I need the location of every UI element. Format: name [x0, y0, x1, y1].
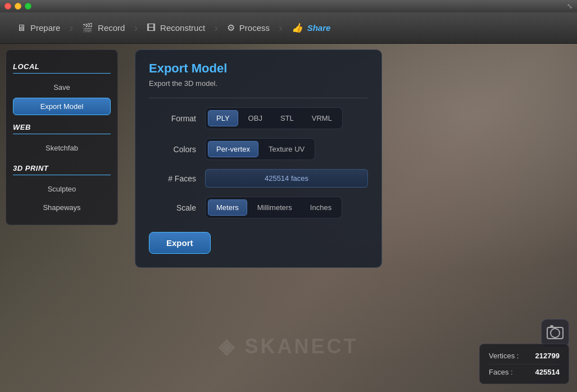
sidebar-section-label-3dprint: 3D Print [13, 164, 111, 172]
vertices-row: Vertices : 212799 [489, 350, 560, 362]
prepare-icon: 🖥 [17, 23, 26, 33]
toolbar: 🖥 Prepare › 🎬 Record › 🎞 Reconstruct › ⚙… [0, 12, 577, 44]
faces-label: # Faces [149, 174, 205, 183]
toolbar-item-record[interactable]: 🎬 Record [71, 12, 136, 43]
scale-btn-group: Meters Millimeters Inches [205, 197, 342, 218]
resize-icon: ⤡ [567, 2, 573, 10]
faces-stats-value: 425514 [535, 368, 560, 376]
export-dialog: Export Model Export the 3D model. Format… [135, 49, 382, 268]
scale-meters-btn[interactable]: Meters [208, 199, 247, 216]
toolbar-item-reconstruct[interactable]: 🎞 Reconstruct [135, 12, 216, 43]
colors-per-vertex-btn[interactable]: Per-vertex [208, 141, 258, 157]
traffic-lights [4, 3, 31, 10]
toolbar-label-reconstruct: Reconstruct [160, 23, 205, 33]
scale-row: Scale Meters Millimeters Inches [149, 197, 368, 218]
sidebar-section-label-local: Local [13, 62, 111, 71]
dialog-divider [149, 98, 368, 98]
3dprint-underline [13, 175, 111, 175]
format-stl-btn[interactable]: STL [272, 110, 302, 126]
faces-stats-label: Faces : [489, 368, 513, 376]
format-vrml-btn[interactable]: VRML [304, 110, 340, 126]
colors-label: Colors [149, 145, 205, 154]
sidebar-btn-shapeways[interactable]: Shapeways [13, 199, 111, 216]
toolbar-label-record: Record [98, 23, 125, 33]
sidebar-section-3dprint: 3D Print Sculpteo Shapeways [13, 164, 111, 218]
sidebar: Local Save Export Model Web Sketchfab 3D… [6, 49, 118, 225]
colors-row: Colors Per-vertex Texture UV [149, 138, 368, 160]
arrow-2: › [134, 21, 138, 34]
dialog-title: Export Model [149, 61, 368, 76]
scale-inches-btn[interactable]: Inches [302, 199, 339, 216]
scale-millimeters-btn[interactable]: Millimeters [249, 199, 300, 216]
minimize-button[interactable] [15, 3, 21, 10]
camera-button[interactable] [541, 319, 569, 347]
reconstruct-icon: 🎞 [147, 23, 156, 33]
share-icon: 👍 [292, 22, 303, 33]
close-button[interactable] [4, 3, 11, 10]
toolbar-item-share[interactable]: 👍 Share [280, 12, 342, 43]
toolbar-label-prepare: Prepare [30, 23, 60, 33]
sidebar-btn-save[interactable]: Save [13, 79, 111, 95]
toolbar-item-process[interactable]: ⚙ Process [216, 12, 281, 43]
sidebar-btn-export-model[interactable]: Export Model [13, 98, 111, 115]
faces-row: # Faces [149, 169, 368, 188]
format-btn-group: PLY OBJ STL VRML [205, 107, 343, 129]
process-icon: ⚙ [227, 22, 235, 33]
camera-icon [547, 327, 564, 339]
faces-stats-row: Faces : 425514 [489, 364, 560, 378]
toolbar-label-process: Process [239, 23, 270, 33]
dialog-subtitle: Export the 3D model. [149, 79, 368, 88]
web-underline [13, 134, 111, 134]
sidebar-section-local: Local Save Export Model [13, 62, 111, 117]
maximize-button[interactable] [25, 3, 31, 10]
arrow-4: › [279, 21, 283, 34]
stats-panel: Vertices : 212799 Faces : 425514 [479, 344, 569, 384]
sidebar-btn-sketchfab[interactable]: Sketchfab [13, 140, 111, 156]
record-icon: 🎬 [82, 22, 93, 33]
arrow-1: › [69, 21, 73, 34]
sidebar-section-web: Web Sketchfab [13, 123, 111, 158]
colors-btn-group: Per-vertex Texture UV [205, 138, 315, 160]
faces-input[interactable] [205, 169, 368, 188]
export-button[interactable]: Export [149, 232, 211, 254]
sidebar-btn-sculpteo[interactable]: Sculpteo [13, 181, 111, 197]
colors-texture-uv-btn[interactable]: Texture UV [261, 141, 312, 157]
format-ply-btn[interactable]: PLY [208, 110, 238, 126]
title-bar: ⤡ [0, 0, 577, 12]
format-obj-btn[interactable]: OBJ [240, 110, 270, 126]
scale-label: Scale [149, 203, 205, 212]
toolbar-item-prepare[interactable]: 🖥 Prepare [6, 12, 71, 43]
format-label: Format [149, 114, 205, 123]
vertices-label: Vertices : [489, 352, 519, 360]
sidebar-section-label-web: Web [13, 123, 111, 131]
main-content: Local Save Export Model Web Sketchfab 3D… [0, 44, 577, 392]
arrow-3: › [214, 21, 218, 34]
toolbar-label-share: Share [307, 23, 331, 33]
vertices-value: 212799 [535, 352, 560, 360]
format-row: Format PLY OBJ STL VRML [149, 107, 368, 129]
local-underline [13, 73, 111, 74]
